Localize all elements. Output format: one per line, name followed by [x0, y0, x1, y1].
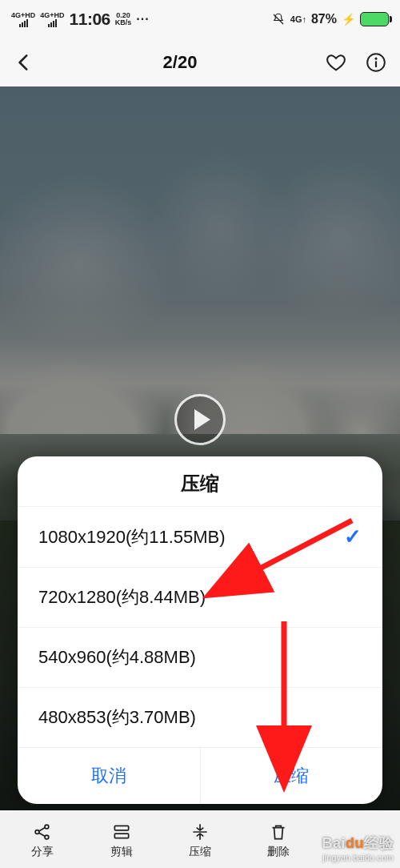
- more-indicator: ···: [136, 13, 149, 26]
- svg-point-5: [35, 830, 39, 834]
- net-speed-unit: KB/s: [115, 19, 132, 26]
- status-bar: 4G+HD 4G+HD 11:06 0.20 KB/s ··· 4G↑ 87% …: [0, 0, 400, 38]
- back-button[interactable]: [13, 51, 35, 74]
- svg-point-7: [45, 835, 49, 839]
- svg-rect-2: [375, 61, 377, 67]
- bottom-toolbar: 分享 剪辑 压缩 删除: [0, 810, 400, 868]
- info-button[interactable]: [365, 51, 387, 74]
- top-nav: 2/20: [0, 38, 400, 86]
- dialog-title: 压缩: [18, 471, 382, 506]
- svg-point-6: [45, 825, 49, 829]
- screen: 4G+HD 4G+HD 11:06 0.20 KB/s ··· 4G↑ 87% …: [0, 0, 400, 868]
- resolution-option-label: 720x1280(约8.44MB): [38, 585, 206, 609]
- svg-rect-8: [114, 826, 128, 830]
- status-left: 4G+HD 4G+HD 11:06 0.20 KB/s ···: [11, 10, 150, 29]
- info-icon: [366, 52, 386, 73]
- compress-icon: [190, 822, 210, 842]
- tool-label: 删除: [267, 845, 290, 859]
- resolution-option-0[interactable]: 1080x1920(约11.55MB) ✓: [18, 506, 382, 567]
- svg-point-1: [374, 58, 377, 60]
- favorite-button[interactable]: [325, 51, 347, 74]
- play-icon: [194, 409, 210, 430]
- trash-icon: [268, 822, 289, 842]
- tool-label: 压缩: [189, 845, 211, 859]
- resolution-option-2[interactable]: 540x960(约4.88MB): [18, 627, 382, 687]
- bell-mute-icon: [271, 12, 286, 26]
- cancel-button[interactable]: 取消: [18, 748, 200, 804]
- net-speed: 0.20 KB/s: [115, 12, 132, 26]
- signal-2: 4G+HD: [40, 12, 64, 27]
- net1-label: 4G+HD: [11, 12, 35, 19]
- compress-dialog: 压缩 1080x1920(约11.55MB) ✓ 720x1280(约8.44M…: [18, 456, 382, 804]
- tool-label: 剪辑: [110, 845, 133, 859]
- resolution-option-label: 540x960(约4.88MB): [38, 645, 196, 669]
- status-right: 4G↑ 87% ⚡: [271, 12, 389, 26]
- nav-right: [325, 51, 387, 74]
- share-icon: [32, 822, 53, 842]
- confirm-button[interactable]: 压缩: [200, 748, 383, 804]
- resolution-option-3[interactable]: 480x853(约3.70MB): [18, 687, 382, 747]
- signal-bars-icon: [48, 19, 57, 27]
- tool-label: 分享: [31, 845, 54, 859]
- battery-percent: 87%: [311, 12, 337, 26]
- delete-button[interactable]: 删除: [250, 822, 306, 859]
- play-button[interactable]: [174, 394, 226, 445]
- resolution-option-label: 1080x1920(约11.55MB): [38, 525, 226, 549]
- compress-button[interactable]: 压缩: [172, 822, 228, 859]
- signal-bars-icon: [19, 19, 28, 27]
- page-counter: 2/20: [163, 52, 198, 73]
- resolution-option-label: 480x853(约3.70MB): [38, 705, 196, 729]
- heart-icon: [325, 51, 347, 74]
- edit-icon: [111, 822, 132, 842]
- share-button[interactable]: 分享: [14, 822, 70, 859]
- status-time: 11:06: [70, 10, 110, 29]
- svg-rect-9: [114, 834, 128, 838]
- chevron-left-icon: [14, 52, 34, 73]
- resolution-option-1[interactable]: 720x1280(约8.44MB): [18, 567, 382, 627]
- net-right-label: 4G↑: [290, 14, 306, 24]
- edit-button[interactable]: 剪辑: [94, 822, 150, 859]
- charging-icon: ⚡: [342, 13, 355, 26]
- dialog-actions: 取消 压缩: [18, 747, 382, 804]
- net2-label: 4G+HD: [40, 12, 64, 19]
- battery-icon: [360, 12, 389, 26]
- signal-1: 4G+HD: [11, 12, 35, 27]
- check-icon: ✓: [344, 524, 362, 549]
